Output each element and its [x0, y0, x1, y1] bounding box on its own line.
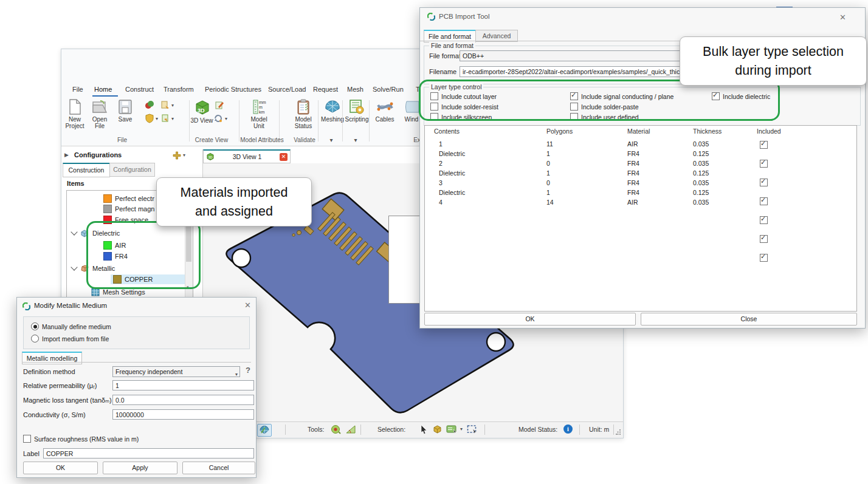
checkbox-include-solder-resist[interactable]: Include solder-resist — [430, 103, 498, 111]
scripting-button[interactable]: Scripting — [345, 99, 369, 123]
import-model-icon[interactable] — [160, 114, 170, 123]
ribbon-tab-source-load[interactable]: Source/Load — [268, 86, 306, 93]
scrollbar-down-arrow[interactable]: ▾ — [187, 285, 189, 290]
info-icon[interactable]: i — [563, 424, 573, 434]
tab-construction[interactable]: Construction — [63, 163, 110, 177]
checkbox-icon[interactable] — [570, 113, 578, 121]
table-row[interactable]: Dielectric 1 FR4 0.125 — [425, 171, 856, 180]
select-region-icon[interactable] — [467, 424, 478, 434]
conductivity-input[interactable]: 10000000 — [112, 409, 254, 420]
selection-dropdown[interactable]: ▾ — [460, 426, 463, 432]
checkbox-icon[interactable] — [570, 103, 578, 111]
view-rotate-icon[interactable] — [213, 114, 223, 123]
included-checkbox[interactable] — [760, 179, 768, 186]
col-header-thickness[interactable]: Thickness — [693, 128, 722, 135]
ribbon-tab-periodic-structures[interactable]: Periodic Structures — [205, 86, 261, 93]
save-button[interactable]: Save — [113, 99, 137, 123]
table-row[interactable]: 2 0 FR4 0.035 — [425, 144, 856, 153]
included-checkbox[interactable] — [760, 254, 768, 262]
new-project-button[interactable]: New Project — [63, 99, 87, 129]
radio-icon[interactable] — [31, 335, 39, 343]
dropdown-arrow[interactable]: ▾ — [225, 116, 227, 121]
angle-tool-icon[interactable] — [345, 424, 356, 435]
scripting-group-dropdown[interactable]: ▾ — [345, 137, 367, 143]
tree-item-air[interactable]: AIR — [103, 240, 126, 250]
cables-button[interactable]: Cables — [373, 99, 397, 123]
loss-tangent-input[interactable]: 0.0 — [112, 395, 254, 405]
col-header-contents[interactable]: Contents — [434, 128, 460, 135]
definition-method-select[interactable]: Frequency independent ▾ — [112, 366, 240, 377]
tab-configuration[interactable]: Configuration — [109, 163, 155, 177]
checkbox-include-user-defined[interactable]: Include user defined — [570, 113, 639, 121]
permeability-input[interactable]: 1 — [112, 380, 254, 390]
tree-item-fr4[interactable]: FR4 — [103, 251, 128, 261]
included-checkbox[interactable] — [760, 197, 768, 205]
add-configuration-icon[interactable] — [173, 151, 181, 160]
3d-view-button[interactable]: 3D 3D View — [190, 99, 214, 124]
view-axes-toggle[interactable] — [257, 424, 272, 437]
ok-button[interactable]: OK — [23, 462, 98, 474]
surface-roughness-checkbox[interactable]: Surface roughness (RMS value in m) — [23, 435, 139, 443]
checkbox-icon[interactable] — [430, 113, 438, 121]
close-icon[interactable]: ✕ — [244, 301, 251, 310]
tree-item-copper[interactable]: COPPER — [113, 274, 153, 284]
table-row[interactable]: 3 0 FR4 0.035 — [425, 162, 856, 171]
tab-3d-view-1[interactable]: 3D 3D View 1 ✕ — [203, 149, 291, 163]
tree-branch-dielectric[interactable]: Dielectric — [72, 228, 120, 238]
dropdown-arrow[interactable]: ▾ — [156, 116, 158, 121]
dropdown-arrow[interactable]: ▾ — [171, 103, 174, 108]
model-unit-button[interactable]: mmmkm Model Unit — [247, 99, 271, 129]
meshing-button[interactable]: Meshing — [320, 99, 345, 123]
checkbox-icon[interactable] — [23, 435, 31, 443]
col-header-included[interactable]: Included — [757, 128, 781, 135]
tab-advanced[interactable]: Advanced — [475, 30, 518, 42]
included-checkbox[interactable] — [760, 160, 768, 168]
col-header-polygons[interactable]: Polygons — [546, 128, 573, 135]
table-row[interactable]: Dielectric 1 FR4 0.125 — [425, 153, 856, 162]
checkbox-icon[interactable] — [430, 92, 438, 100]
tree-item-free-space[interactable]: Free space — [103, 215, 148, 225]
checkbox-include-cutout-layer[interactable]: Include cutout layer — [430, 92, 497, 100]
included-checkbox[interactable] — [760, 216, 768, 224]
tree-item-perfect-magnetic[interactable]: Perfect magn — [103, 204, 154, 214]
open-file-button[interactable]: Open File — [88, 99, 112, 129]
ok-button[interactable]: OK — [424, 313, 636, 326]
radio-manually-define[interactable]: Manually define medium — [31, 322, 111, 330]
table-row[interactable]: 4 14 AIR 0.035 — [425, 180, 856, 189]
collapse-chevron-icon[interactable] — [71, 264, 77, 270]
cancel-button[interactable]: Cancel — [182, 462, 255, 474]
included-checkbox[interactable] — [760, 141, 768, 149]
filename-input[interactable]: ir-ecadimporter-28Sept2022/altair-ecadim… — [460, 66, 687, 77]
help-button[interactable]: ? — [246, 366, 250, 375]
collapse-chevron-icon[interactable] — [71, 228, 77, 235]
meshing-group-dropdown[interactable]: ▾ — [320, 137, 342, 143]
dropdown-arrow[interactable]: ▾ — [171, 116, 174, 121]
checkbox-include-dielectric[interactable]: Include dielectric — [712, 92, 770, 100]
ribbon-tab-mesh[interactable]: Mesh — [347, 86, 363, 93]
edit-view-icon[interactable] — [215, 100, 224, 110]
radio-import-medium[interactable]: Import medium from file — [31, 335, 109, 343]
resize-grip[interactable] — [616, 429, 621, 435]
expand-arrow-icon[interactable]: ▶ — [64, 152, 69, 158]
copy-special-icon[interactable] — [160, 100, 170, 110]
select-entity-type-icon[interactable] — [446, 424, 458, 434]
table-row[interactable]: Dielectric 1 FR4 0.125 — [425, 135, 856, 144]
measure-tool-icon[interactable] — [331, 424, 341, 435]
ribbon-tab-construct[interactable]: Construct — [125, 86, 154, 93]
tree-item-mesh-settings[interactable]: Mesh Settings — [91, 287, 145, 297]
included-checkbox[interactable] — [760, 235, 768, 243]
ribbon-tab-transform[interactable]: Transform — [164, 86, 194, 93]
checkbox-icon[interactable] — [570, 92, 578, 100]
checkbox-include-signal-conducting[interactable]: Include signal conducting / plane — [570, 92, 673, 100]
ribbon-tab-home[interactable]: Home — [94, 86, 112, 93]
checkbox-icon[interactable] — [430, 103, 438, 111]
ribbon-tab-solve-run[interactable]: Solve/Run — [373, 86, 404, 93]
protect-icon[interactable] — [145, 114, 154, 123]
model-status-button[interactable]: Model Status — [291, 99, 315, 129]
add-configuration-dropdown[interactable]: ▾ — [183, 152, 185, 158]
checkbox-include-silkscreen[interactable]: Include silkscreen — [430, 113, 492, 121]
tree-branch-metallic[interactable]: Metallic — [72, 264, 115, 273]
radio-icon[interactable] — [31, 322, 39, 330]
checkbox-icon[interactable] — [712, 92, 720, 100]
select-cursor-icon[interactable] — [420, 424, 428, 434]
